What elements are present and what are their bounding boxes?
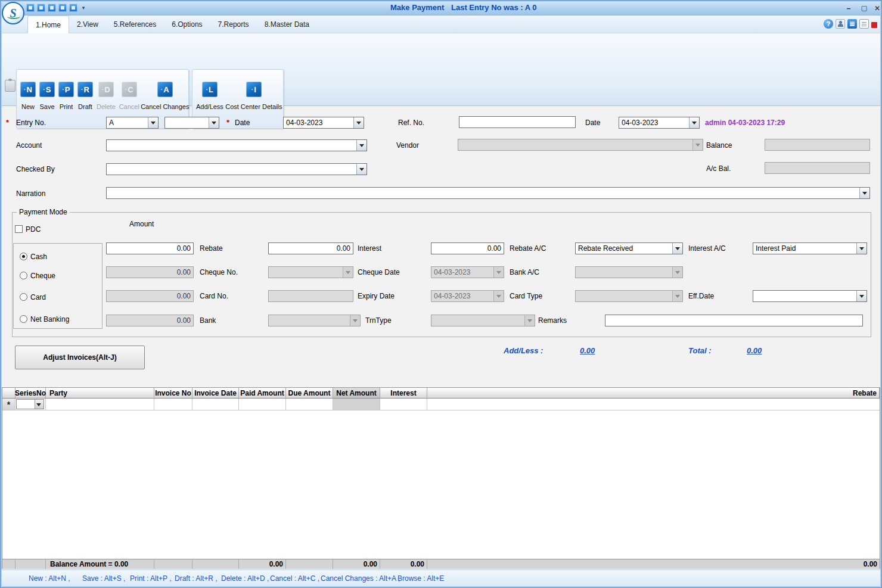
column-header-net-amount[interactable]: Net Amount (333, 388, 380, 399)
total-value[interactable]: 0.00 (747, 346, 762, 355)
maximize-button[interactable] (857, 3, 871, 13)
chevron-down-icon[interactable] (672, 243, 682, 254)
cell-due-amount[interactable] (286, 399, 333, 410)
cell-interest[interactable] (380, 399, 427, 410)
cell-rebate[interactable] (427, 399, 880, 410)
card-label: Card (30, 293, 46, 301)
date-combo[interactable]: 04-03-2023 (283, 117, 364, 129)
column-header-invoice-date[interactable]: Invoice Date (192, 388, 239, 399)
cheque-no-combo (268, 266, 353, 278)
card-amount-input: 0.00 (106, 290, 194, 302)
balance-label: Balance (706, 141, 732, 150)
cell-invoice-no[interactable] (154, 399, 192, 410)
chevron-down-icon (692, 139, 703, 150)
ribbon-tab-row: 1.Home 2.View 5.References 6.Options 7.R… (0, 15, 882, 33)
adjust-invoices-button[interactable]: Adjust Invoices(Alt-J) (15, 346, 145, 369)
minimize-button[interactable] (841, 3, 856, 13)
save-button[interactable]: S Save (38, 82, 57, 110)
chevron-down-icon[interactable] (353, 117, 364, 128)
chevron-down-icon[interactable] (148, 117, 158, 128)
help-icon[interactable] (824, 19, 833, 29)
tab-options[interactable]: 6.Options (164, 15, 210, 33)
chevron-down-icon[interactable] (356, 164, 367, 175)
remarks-input[interactable] (605, 315, 863, 326)
interest-input[interactable]: 0.00 (431, 242, 504, 254)
checked-by-combo[interactable] (106, 163, 367, 175)
seriesno-cell-combo[interactable] (16, 399, 44, 409)
qat-icon-2[interactable] (37, 4, 45, 12)
pdc-checkbox[interactable] (15, 225, 23, 233)
bank-ac-combo (575, 266, 683, 278)
column-header-rebate[interactable]: Rebate (427, 388, 880, 399)
qat-icon-1[interactable] (26, 4, 35, 12)
new-button[interactable]: N New (18, 82, 38, 110)
cash-radio[interactable] (20, 253, 27, 260)
tab-references[interactable]: 5.References (106, 15, 164, 33)
chevron-down-icon[interactable] (859, 188, 869, 198)
red-indicator-icon (871, 22, 877, 28)
cost-center-details-button[interactable]: I Cost Center Details (225, 82, 282, 110)
document-icon[interactable] (859, 19, 869, 29)
qat-icon-5[interactable] (69, 4, 77, 12)
cash-amount-input[interactable]: 0.00 (106, 242, 194, 254)
chevron-down-icon[interactable] (356, 140, 367, 151)
cell-seriesno[interactable] (15, 399, 46, 410)
cell-net-amount[interactable] (333, 399, 380, 410)
chevron-down-icon[interactable] (856, 291, 867, 301)
chevron-down-icon (350, 315, 360, 326)
tab-view[interactable]: 2.View (69, 15, 106, 33)
card-radio[interactable] (20, 293, 27, 301)
eff-date-combo[interactable] (753, 290, 867, 302)
qat-icon-3[interactable] (48, 4, 56, 12)
rebate-ac-label: Rebate A/C (510, 244, 546, 253)
user-icon[interactable] (836, 19, 845, 29)
close-button[interactable] (870, 3, 882, 13)
cell-party[interactable] (46, 399, 154, 410)
tab-home[interactable]: 1.Home (27, 15, 69, 33)
ref-no-input[interactable] (459, 116, 576, 128)
tab-reports[interactable]: 7.Reports (210, 15, 257, 33)
new-icon: N (20, 82, 36, 97)
entry-number-combo[interactable] (164, 117, 219, 129)
shortcut-cancel: Cancel : Alt+C , (270, 574, 319, 583)
qat-overflow-icon[interactable] (80, 4, 87, 12)
tab-master-data[interactable]: 8.Master Data (257, 15, 317, 33)
column-header-interest[interactable]: Interest (380, 388, 427, 399)
column-header-seriesno[interactable]: SeriesNo (15, 388, 46, 399)
add-less-button[interactable]: L Add/Less (194, 82, 225, 110)
cell-invoice-date[interactable] (192, 399, 239, 410)
column-header-party[interactable]: Party (46, 388, 154, 399)
print-button[interactable]: P Print (57, 82, 76, 110)
column-header-invoice-no[interactable]: Invoice No (154, 388, 192, 399)
pdc-label: PDC (26, 225, 41, 234)
column-header-paid-amount[interactable]: Paid Amount (239, 388, 286, 399)
qat-icon-4[interactable] (58, 4, 67, 12)
account-combo[interactable] (106, 139, 367, 151)
rebate-input[interactable]: 0.00 (268, 242, 353, 254)
column-header-due-amount[interactable]: Due Amount (286, 388, 333, 399)
date2-combo[interactable]: 04-03-2023 (619, 117, 700, 129)
make-payment-window: Make Payment Last Entry No was : A 0 1.H… (0, 0, 882, 588)
interest-ac-combo[interactable]: Interest Paid (753, 242, 867, 254)
draft-button[interactable]: R Draft (76, 82, 95, 110)
cost-center-details-icon: I (246, 82, 262, 97)
narration-combo[interactable] (106, 187, 870, 199)
chevron-down-icon[interactable] (689, 117, 699, 128)
cancel-label: Cancel (119, 103, 139, 110)
expiry-date-label: Expiry Date (358, 292, 395, 300)
chevron-down-icon[interactable] (856, 243, 867, 254)
new-label: New (21, 103, 35, 110)
chevron-down-icon[interactable] (209, 117, 219, 128)
shortcut-cancel-changes: Cancel Changes : Alt+A , (321, 574, 400, 583)
cheque-radio[interactable] (20, 272, 27, 279)
calculator-icon[interactable] (847, 19, 857, 29)
summary-net-amount: 0.00 (333, 559, 380, 569)
add-less-total-value[interactable]: 0.00 (580, 346, 595, 355)
rebate-ac-combo[interactable]: Rebate Received (575, 242, 683, 254)
cell-paid-amount[interactable] (239, 399, 286, 410)
net-banking-radio[interactable] (20, 315, 27, 323)
cheque-no-label: Cheque No. (200, 268, 238, 276)
entry-series-combo[interactable]: A (106, 117, 159, 129)
cancel-changes-button[interactable]: A Cancel Changes (141, 82, 189, 110)
chevron-down-icon[interactable] (35, 400, 44, 409)
